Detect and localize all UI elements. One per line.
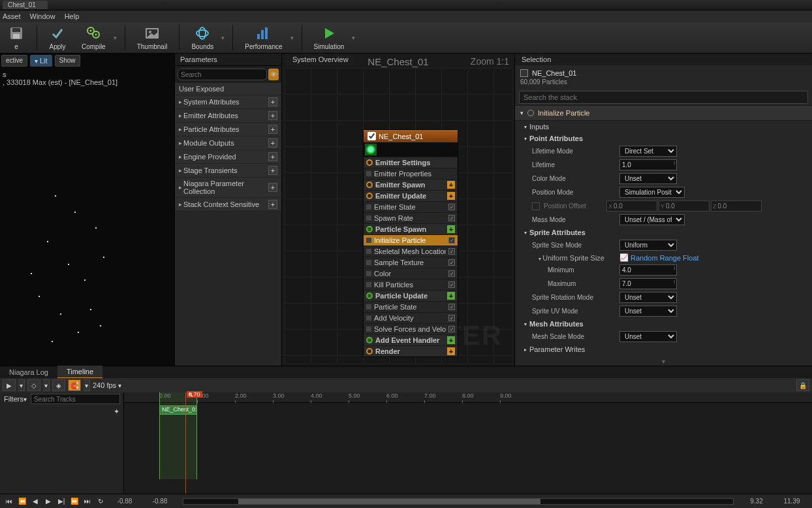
- prev-frame-button[interactable]: ◀: [30, 496, 40, 507]
- emitter-module-row[interactable]: Initialize Particle✓: [364, 234, 458, 246]
- simulation-caret[interactable]: ▾: [352, 35, 355, 41]
- apply-button[interactable]: Apply: [45, 24, 70, 52]
- next-frame-button[interactable]: ▶|: [56, 496, 67, 507]
- range-in[interactable]: -0.88: [144, 498, 176, 505]
- color-mode-select[interactable]: Unset: [619, 173, 677, 184]
- module-checkbox[interactable]: ✓: [448, 237, 455, 244]
- to-start-button[interactable]: ⏮: [4, 496, 14, 507]
- lock-button[interactable]: 🔒: [796, 379, 809, 391]
- param-category[interactable]: ▸Niagara Parameter Collection+: [175, 178, 281, 198]
- key-caret[interactable]: ▾: [43, 379, 50, 391]
- menu-help[interactable]: Help: [65, 12, 80, 20]
- add-icon[interactable]: +: [268, 138, 277, 148]
- graph-grid[interactable]: EMITTER NE_Chest_01 Emitter SettingsEmit…: [285, 68, 512, 363]
- stack-search[interactable]: [519, 91, 808, 104]
- add-icon[interactable]: +: [268, 200, 277, 209]
- performance-caret[interactable]: ▾: [290, 35, 294, 41]
- pos-z-input[interactable]: [718, 202, 760, 210]
- position-offset-checkbox[interactable]: [532, 202, 540, 210]
- emitter-module-row[interactable]: Sample Texture✓: [364, 257, 458, 268]
- add-module-button[interactable]: +: [447, 225, 455, 233]
- emitter-module-row[interactable]: Add Event Handler+: [364, 334, 458, 345]
- selection-checkbox[interactable]: [520, 69, 528, 77]
- module-checkbox[interactable]: ✓: [448, 215, 455, 221]
- timeline-ruler[interactable]: 0.001.002.003.004.005.006.007.008.009.00: [124, 392, 812, 403]
- uv-mode-select[interactable]: Unset: [619, 306, 677, 317]
- add-module-button[interactable]: +: [447, 181, 455, 189]
- step-fwd-button[interactable]: ⏩: [69, 496, 80, 507]
- mesh-attributes-group[interactable]: ▾Mesh Attributes: [515, 318, 812, 330]
- mass-mode-select[interactable]: Unset / (Mass of 1): [619, 214, 685, 225]
- lifetime-mode-select[interactable]: Direct Set: [619, 146, 677, 157]
- emitter-module-row[interactable]: Render+: [364, 345, 458, 357]
- emitter-module-row[interactable]: Emitter Settings: [364, 157, 458, 168]
- play-button[interactable]: ▶: [3, 379, 16, 391]
- module-checkbox[interactable]: ✓: [448, 281, 455, 288]
- module-checkbox[interactable]: ✓: [448, 315, 455, 321]
- save-button[interactable]: e: [4, 24, 29, 52]
- add-icon[interactable]: +: [268, 152, 277, 161]
- mesh-scale-select[interactable]: Unset: [619, 331, 677, 342]
- param-category[interactable]: ▸Particle Attributes+: [175, 123, 281, 136]
- bounds-caret[interactable]: ▾: [221, 35, 225, 41]
- param-category[interactable]: ▸Stack Context Sensitive+: [175, 198, 281, 212]
- show-button[interactable]: Show: [55, 55, 80, 67]
- module-checkbox[interactable]: ✓: [448, 270, 455, 277]
- emitter-card[interactable]: NE_Chest_01 Emitter SettingsEmitter Prop…: [363, 129, 458, 357]
- random-range-link[interactable]: 📈Random Range Float: [619, 253, 699, 262]
- track-row[interactable]: ✦: [0, 405, 123, 418]
- filters-button[interactable]: Filters▾: [1, 394, 29, 404]
- add-module-button[interactable]: +: [447, 336, 455, 344]
- compile-button[interactable]: Compile: [78, 24, 110, 52]
- play-transport-button[interactable]: ▶: [43, 496, 54, 507]
- module-checkbox[interactable]: ✓: [448, 259, 455, 266]
- system-overview[interactable]: System Overview NE_Chest_01 Zoom 1:1 EMI…: [282, 54, 514, 366]
- menu-window[interactable]: Window: [30, 12, 55, 20]
- parameters-tab[interactable]: Parameters: [175, 54, 281, 66]
- emitter-header[interactable]: NE_Chest_01: [364, 130, 458, 142]
- param-category[interactable]: ▸System Attributes+: [175, 95, 281, 109]
- parameter-writes-group[interactable]: ▸Parameter Writes: [515, 343, 812, 355]
- pos-x-input[interactable]: [614, 202, 655, 210]
- param-category[interactable]: ▸Emitter Attributes+: [175, 109, 281, 123]
- play-caret[interactable]: ▾: [18, 379, 25, 391]
- minimum-input[interactable]: [619, 264, 677, 276]
- add-icon[interactable]: +: [268, 166, 277, 175]
- expand-caret[interactable]: ▾: [515, 355, 812, 366]
- emitter-module-row[interactable]: Particle State✓: [364, 301, 458, 312]
- emitter-module-row[interactable]: Particle Update+: [364, 290, 458, 301]
- selection-tab[interactable]: Selection: [515, 54, 812, 65]
- position-mode-select[interactable]: Simulation Position: [619, 187, 685, 198]
- overview-tab[interactable]: System Overview: [286, 54, 355, 65]
- timeline-area[interactable]: 0.001.002.003.004.005.006.007.008.009.00…: [124, 392, 812, 494]
- range-start[interactable]: -0.88: [108, 498, 141, 505]
- rotation-mode-select[interactable]: Unset: [619, 292, 677, 303]
- emitter-module-row[interactable]: Solve Forces and Velocity✓: [364, 323, 458, 334]
- thumbnail-button[interactable]: Thumbnail: [133, 24, 172, 52]
- playhead[interactable]: 0.70 ↖: [185, 392, 186, 494]
- emitter-module-row[interactable]: Kill Particles✓: [364, 279, 458, 290]
- add-module-button[interactable]: +: [447, 192, 455, 200]
- param-category[interactable]: ▸Engine Provided+: [175, 150, 281, 164]
- emitter-module-row[interactable]: Spawn Rate✓: [364, 212, 458, 223]
- range-end[interactable]: 11.39: [775, 498, 808, 505]
- key-button[interactable]: ◇: [27, 379, 40, 391]
- simulation-button[interactable]: Simulation: [310, 24, 349, 52]
- add-module-button[interactable]: +: [447, 292, 455, 300]
- add-icon[interactable]: +: [268, 97, 277, 106]
- timeline-scrollbar[interactable]: [183, 498, 734, 505]
- bounds-button[interactable]: Bounds: [187, 24, 217, 52]
- param-category[interactable]: User Exposed: [175, 83, 281, 95]
- emitter-module-row[interactable]: Color✓: [364, 268, 458, 279]
- pos-y-input[interactable]: [666, 202, 708, 210]
- module-checkbox[interactable]: ✓: [448, 326, 455, 332]
- step-back-button[interactable]: ⏪: [17, 496, 27, 507]
- perspective-button[interactable]: ective: [1, 55, 27, 67]
- sprite-size-mode-select[interactable]: Uniform: [619, 240, 677, 251]
- add-icon[interactable]: +: [268, 111, 277, 120]
- lit-button[interactable]: ▾ Lit: [30, 55, 52, 67]
- curve-button[interactable]: ◈: [52, 379, 65, 391]
- lifetime-input[interactable]: [619, 159, 677, 170]
- param-category[interactable]: ▸Module Outputs+: [175, 136, 281, 150]
- document-tab[interactable]: Chest_01: [3, 1, 48, 9]
